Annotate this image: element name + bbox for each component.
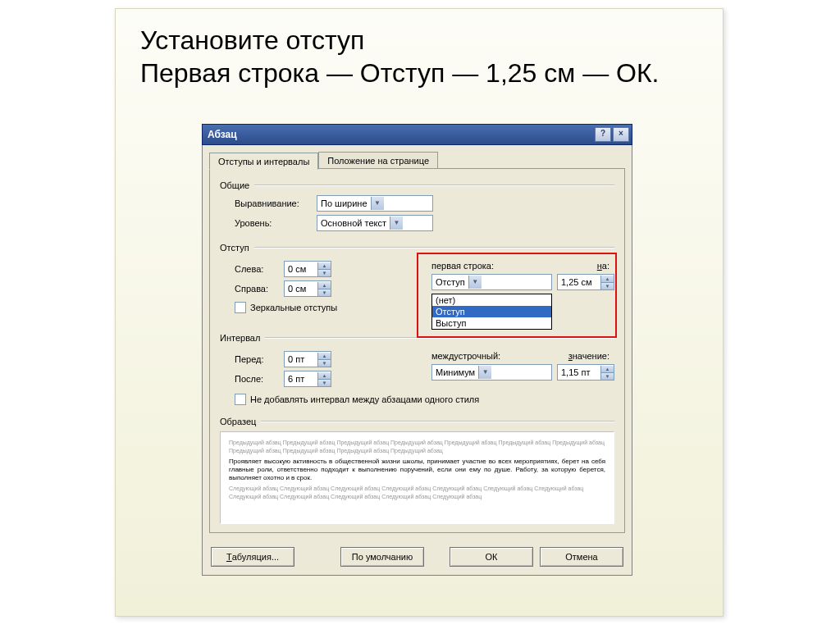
outline-level-label: Уровень: [235, 218, 317, 228]
ok-button[interactable]: ОК [450, 547, 533, 567]
spacing-after-value: 6 пт [285, 374, 317, 384]
section-indent: Отступ [220, 243, 614, 253]
indent-right-value: 0 см [285, 284, 317, 294]
nosamestyle-checkbox[interactable] [235, 394, 246, 405]
tab-pageposition[interactable]: Положение на странице [318, 152, 438, 169]
linespacing-combo[interactable]: Минимум▼ [431, 364, 552, 381]
alignment-value: По ширине [317, 198, 371, 208]
spin-up-icon[interactable]: ▲ [601, 366, 614, 372]
section-preview: Образец [220, 417, 614, 426]
section-indent-label: Отступ [220, 243, 249, 253]
dialog-body: Отступы и интервалы Положение на страниц… [202, 145, 632, 576]
close-button[interactable]: × [613, 127, 629, 142]
paragraph-dialog: Абзац ? × Отступы и интервалы Положение … [202, 124, 632, 576]
mirror-indents-label: Зеркальные отступы [250, 303, 337, 312]
preview-next: Следующий абзац Следующий абзац Следующи… [229, 485, 605, 501]
cancel-button[interactable]: Отмена [540, 547, 623, 567]
spin-up-icon[interactable]: ▲ [318, 282, 331, 289]
firstline-option-indent[interactable]: Отступ [432, 306, 551, 317]
firstline-dropdown[interactable]: (нет) Отступ Выступ [431, 294, 552, 330]
alignment-combo[interactable]: По ширине▼ [317, 195, 433, 212]
spacing-before-label: Перед: [235, 354, 284, 364]
chevron-down-icon: ▼ [468, 276, 482, 289]
tab-indents[interactable]: Отступы и интервалы [209, 153, 318, 170]
spin-up-icon[interactable]: ▲ [318, 353, 331, 359]
preview-prev: Предыдущий абзац Предыдущий абзац Предыд… [229, 439, 605, 455]
section-general: Общие [220, 180, 614, 190]
indent-right-spinner[interactable]: 0 см ▲▼ [284, 280, 331, 297]
firstline-option-none[interactable]: (нет) [432, 294, 551, 306]
instruction-text: Установите отступ Первая строка — Отступ… [140, 24, 659, 89]
button-bar: Табуляция... По умолчанию ОК Отмена [203, 540, 632, 575]
instruction-line2: Первая строка — Отступ — 1,25 см — ОК. [140, 58, 659, 88]
nosamestyle-label: Не добавлять интервал между абзацами одн… [250, 394, 479, 404]
spacing-after-spinner[interactable]: 6 пт ▲▼ [284, 371, 331, 387]
section-preview-label: Образец [220, 417, 256, 426]
firstline-by-value: 1,25 см [558, 277, 600, 287]
indent-right-label: Справа: [235, 284, 284, 294]
mirror-indents-checkbox[interactable] [235, 302, 246, 313]
spacing-after-label: После: [235, 374, 284, 384]
firstline-by-label: на: [597, 261, 609, 271]
preview-main: Проявляет высокую активность в обществен… [229, 458, 605, 482]
spin-down-icon[interactable]: ▼ [318, 269, 331, 276]
spin-down-icon[interactable]: ▼ [318, 359, 331, 367]
linespacing-label: междустрочный: [431, 351, 500, 361]
preview-box: Предыдущий абзац Предыдущий абзац Предыд… [220, 431, 614, 524]
firstline-value: Отступ [432, 277, 468, 287]
spin-down-icon[interactable]: ▼ [601, 372, 614, 380]
spin-up-icon[interactable]: ▲ [318, 372, 331, 379]
outline-level-value: Основной текст [317, 218, 390, 228]
firstline-option-outdent[interactable]: Выступ [432, 317, 551, 329]
firstline-combo[interactable]: Отступ▼ [431, 274, 552, 290]
spacing-before-spinner[interactable]: 0 пт ▲▼ [284, 351, 331, 367]
tab-strip: Отступы и интервалы Положение на страниц… [203, 145, 632, 169]
section-spacing-label: Интервал [220, 333, 260, 343]
linespacing-value: Минимум [432, 367, 478, 377]
spacing-before-value: 0 пт [285, 354, 317, 364]
spin-up-icon[interactable]: ▲ [601, 276, 614, 282]
indent-left-spinner[interactable]: 0 см ▲▼ [284, 261, 331, 277]
spin-down-icon[interactable]: ▼ [318, 379, 331, 386]
chevron-down-icon: ▼ [371, 197, 384, 210]
titlebar-title: Абзац [208, 129, 237, 140]
help-button[interactable]: ? [595, 127, 611, 142]
tabs-button[interactable]: Табуляция... [211, 547, 294, 567]
spin-down-icon[interactable]: ▼ [318, 289, 331, 296]
chevron-down-icon: ▼ [478, 366, 491, 379]
firstline-by-spinner[interactable]: 1,25 см ▲▼ [557, 274, 614, 290]
spin-up-icon[interactable]: ▲ [318, 262, 331, 269]
spin-down-icon[interactable]: ▼ [601, 282, 614, 289]
section-general-label: Общие [220, 180, 249, 190]
indent-left-label: Слева: [235, 264, 284, 274]
indent-left-value: 0 см [285, 264, 317, 274]
firstline-label: первая строка: [431, 261, 494, 271]
alignment-label: Выравнивание: [235, 198, 317, 208]
linespacing-at-label: значение: [568, 351, 609, 361]
instruction-line1: Установите отступ [140, 25, 364, 55]
tab-panel: Общие Выравнивание: По ширине▼ Уровень: … [209, 168, 625, 533]
default-button[interactable]: По умолчанию [340, 547, 424, 567]
section-spacing: Интервал [220, 333, 614, 343]
outline-level-combo[interactable]: Основной текст▼ [317, 215, 433, 231]
linespacing-at-spinner[interactable]: 1,15 пт ▲▼ [557, 364, 614, 381]
linespacing-at-value: 1,15 пт [558, 367, 600, 377]
titlebar[interactable]: Абзац ? × [202, 124, 632, 145]
slide-background: Установите отступ Первая строка — Отступ… [115, 8, 724, 617]
chevron-down-icon: ▼ [390, 217, 403, 230]
